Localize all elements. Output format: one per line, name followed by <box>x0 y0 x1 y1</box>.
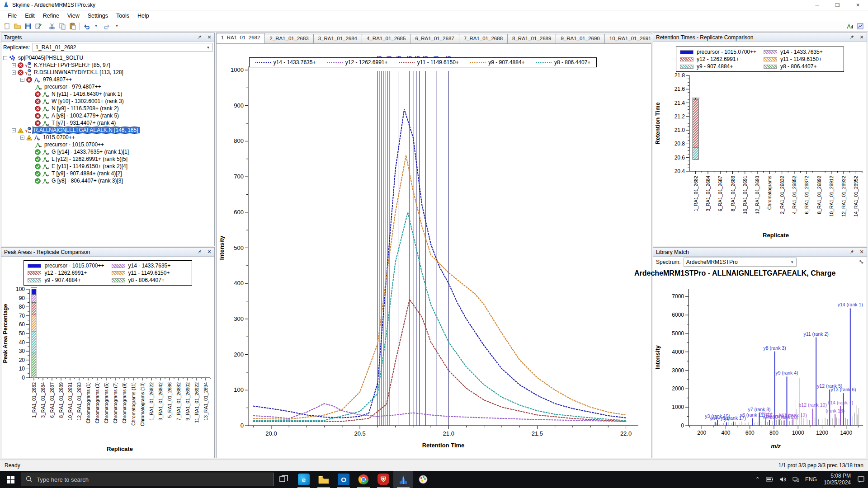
file-explorer-icon[interactable] <box>314 471 334 488</box>
menu-item-view[interactable]: View <box>63 11 84 20</box>
share-button[interactable] <box>33 21 43 31</box>
tree-row[interactable]: −PYR.DSLLINWNATYDIYEK.L [113, 128] <box>3 69 214 76</box>
tray-chevron-icon[interactable]: ⌃ <box>752 471 763 488</box>
pin-icon[interactable]: 📌︎ <box>849 34 855 40</box>
close-panel-icon[interactable]: ✕ <box>859 34 865 40</box>
tab-1_RA1_01_2682[interactable]: 1_RA1_01_2682 <box>216 33 265 43</box>
security-icon[interactable]: ⛨︎ <box>373 471 393 488</box>
pin-icon[interactable]: 📌︎ <box>196 34 203 40</box>
cut-button[interactable] <box>47 21 57 31</box>
volume-icon[interactable] <box>777 471 789 488</box>
collapse-icon[interactable]: − <box>20 136 24 140</box>
library-spectrum-chart[interactable]: 0100020003000400050006000700020040060080… <box>653 277 867 452</box>
peak-areas-chart[interactable]: 01020304050607080901001_RA1_01_26823_RA1… <box>1 286 214 455</box>
tree-row[interactable]: N [y11] - 1416.6430+ (rank 1) <box>3 90 214 98</box>
legend-label: y14 - 1433.7635+ <box>780 49 823 55</box>
legend-label: y12 - 1262.6991+ <box>345 59 388 66</box>
collapse-icon[interactable]: − <box>3 56 7 60</box>
peak-areas-panel-header[interactable]: Peak Areas - Replicate Comparison 📌︎ ✕ <box>1 248 214 257</box>
notification-center-icon[interactable] <box>854 471 868 488</box>
retention-times-panel-header[interactable]: Retention Times - Replicate Comparison 📌… <box>653 33 867 42</box>
tab-8_RA1_01_2689[interactable]: 8_RA1_01_2689 <box>507 34 556 43</box>
menu-item-tools[interactable]: Tools <box>112 11 133 20</box>
battery-icon[interactable] <box>763 471 777 488</box>
start-button[interactable] <box>0 471 21 488</box>
pin-icon[interactable]: 📌︎ <box>196 249 203 255</box>
expand-icon[interactable]: + <box>12 63 16 67</box>
menu-item-help[interactable]: Help <box>133 11 153 20</box>
new-document-button[interactable] <box>2 21 12 31</box>
pin-icon[interactable]: 📌︎ <box>849 249 855 255</box>
menu-item-settings[interactable]: Settings <box>84 11 112 20</box>
retention-times-chart[interactable]: 20.420.620.821.021.221.421.621.81_RA1_01… <box>653 72 867 241</box>
undo-dropdown[interactable]: ▾ <box>91 21 102 31</box>
spectrum-dropdown[interactable]: ArdecheMRM1STPro ▼ <box>684 258 797 267</box>
tree-row[interactable]: G [y14] - 1433.7635+ (rank 1)[1] <box>3 148 214 155</box>
redo-dropdown[interactable]: ▾ <box>112 21 123 31</box>
tab-2_RA1_01_2683[interactable]: 2_RA1_01_2683 <box>264 34 313 43</box>
tab-3_RA1_01_2684[interactable]: 3_RA1_01_2684 <box>313 34 362 43</box>
library-match-panel-header[interactable]: Library Match 📌︎ ✕ <box>653 248 867 257</box>
task-view-icon[interactable] <box>274 471 294 488</box>
open-button[interactable] <box>12 21 23 31</box>
chromatogram-chart[interactable]: y14 - 1433.7635+y12 - 1262.6991+y11 - 11… <box>217 44 651 458</box>
skyline-icon[interactable] <box>393 471 413 488</box>
close-button[interactable]: ✕ <box>848 0 868 10</box>
tab-6_RA1_01_2687[interactable]: 6_RA1_01_2687 <box>410 34 459 43</box>
tree-row[interactable]: −1015.0700++ <box>3 134 214 141</box>
targets-panel-header[interactable]: Targets 📌︎ ✕ <box>1 33 214 42</box>
chevron-down-icon[interactable]: ▼ <box>204 43 212 52</box>
tab-4_RA1_01_2685[interactable]: 4_RA1_01_2685 <box>362 34 410 43</box>
tree-row[interactable]: N [y9] - 1116.5208+ (rank 2) <box>3 105 214 112</box>
legend-label: y8 - 806.4407+ <box>780 63 816 70</box>
chevron-down-icon[interactable]: ▼ <box>788 258 796 266</box>
taskbar-clock[interactable]: 5:08 PM 10/25/2024 <box>820 473 854 486</box>
tree-row[interactable]: T [y9] - 907.4884+ (rank 4)[2] <box>3 170 214 177</box>
spectral-library-button[interactable] <box>844 21 855 31</box>
chrome-icon[interactable] <box>354 471 373 488</box>
menu-item-edit[interactable]: Edit <box>21 11 39 20</box>
paint-icon[interactable] <box>413 471 433 488</box>
maximize-button[interactable]: ❏ <box>827 0 848 10</box>
taskbar-search-input[interactable]: Type here to search <box>21 473 274 486</box>
legend-label: precursor - 1015.0700++ <box>44 263 104 269</box>
minimize-button[interactable]: ─ <box>807 0 827 10</box>
collapse-icon[interactable]: − <box>20 78 24 82</box>
menu-item-refine[interactable]: Refine <box>39 11 63 20</box>
tree-row[interactable]: −sp|P04045|PHSL1_SOLTU <box>3 54 214 61</box>
tree-row[interactable]: L [y12] - 1262.6991+ (rank 5)[5] <box>3 155 214 163</box>
paste-button[interactable] <box>67 21 78 31</box>
network-icon[interactable] <box>789 471 802 488</box>
error-icon <box>26 77 32 83</box>
tree-row[interactable]: G [y8] - 806.4407+ (rank 3)[3] <box>3 177 214 184</box>
undo-button[interactable] <box>81 21 91 31</box>
tree-row[interactable]: −979.4807++ <box>3 76 214 83</box>
tree-row[interactable]: precursor - 1015.0700++ <box>3 141 214 148</box>
language-indicator[interactable]: ENG <box>802 471 820 488</box>
redo-button[interactable] <box>102 21 112 31</box>
collapse-icon[interactable]: − <box>12 70 16 75</box>
tree-row[interactable]: T [y7] - 931.4407+ (rank 4) <box>3 119 214 127</box>
edge-icon[interactable]: e <box>294 471 314 488</box>
properties-wrench-icon[interactable]: 🔧︎ <box>859 259 864 265</box>
tab-9_RA1_01_2690[interactable]: 9_RA1_01_2690 <box>556 34 604 43</box>
tree-row[interactable]: −PYR.ALLNAIGNLELTGAFAEALK.N [146, 165] <box>3 127 214 134</box>
tree-row[interactable]: precursor - 979.4807++ <box>3 83 214 90</box>
close-panel-icon[interactable]: ✕ <box>206 249 212 255</box>
close-panel-icon[interactable]: ✕ <box>206 34 212 40</box>
replicates-dropdown[interactable]: 1_RA1_01_2682 ▼ <box>33 43 212 52</box>
live-reports-button[interactable] <box>855 21 865 31</box>
copy-button[interactable] <box>57 21 67 31</box>
outlook-icon[interactable]: O <box>334 471 354 488</box>
close-panel-icon[interactable]: ✕ <box>859 249 865 255</box>
tree-row[interactable]: E [y11] - 1149.6150+ (rank 2)[4] <box>3 163 214 170</box>
tree-row[interactable]: +PYK.YHAEFTPVFSPER.F [85, 97] <box>3 61 214 69</box>
tree-row[interactable]: W [y10] - 1302.6001+ (rank 3) <box>3 98 214 105</box>
menu-item-file[interactable]: File <box>4 11 21 20</box>
svg-text:Chromatograms (13): Chromatograms (13) <box>140 382 145 426</box>
tab-7_RA1_01_2688[interactable]: 7_RA1_01_2688 <box>459 34 508 43</box>
save-button[interactable] <box>23 21 33 31</box>
tree-row[interactable]: A [y8] - 1002.4779+ (rank 5) <box>3 112 214 119</box>
collapse-icon[interactable]: − <box>12 128 16 132</box>
tab-10_RA1_01_2691[interactable]: 10_RA1_01_2691 <box>604 34 656 43</box>
